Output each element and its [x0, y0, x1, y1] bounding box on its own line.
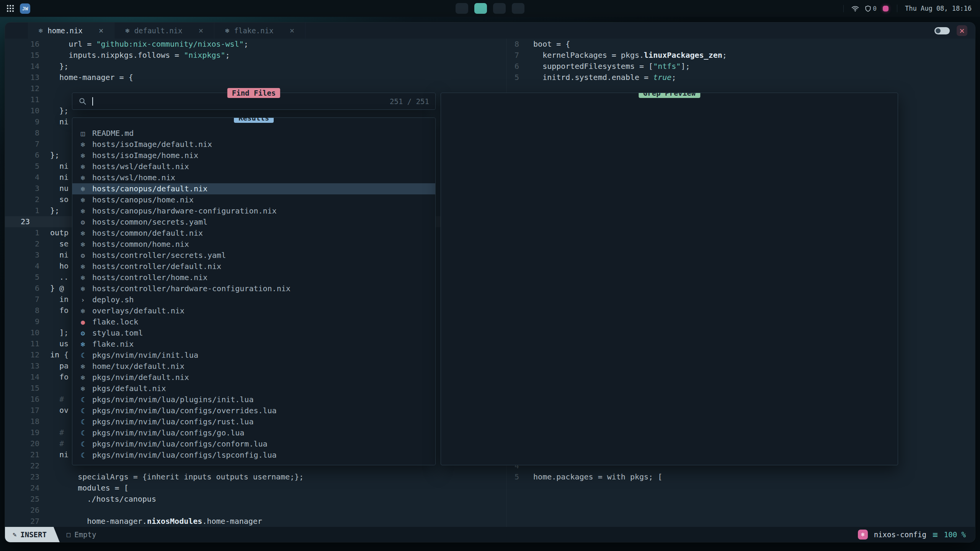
buffer-tab[interactable]: ❄ default.nix ×: [114, 23, 214, 39]
file-item[interactable]: ☾ pkgs/nvim/nvim/lua/configs/go.lua: [72, 427, 435, 439]
file-item[interactable]: ⚙ hosts/controller/secrets.yaml: [72, 250, 435, 261]
statusline: ✎ INSERT □ Empty ❄ nixos-config ≡ 100 %: [5, 527, 975, 542]
tab-close-icon[interactable]: ×: [99, 26, 104, 35]
tab-close-icon[interactable]: ×: [289, 26, 294, 35]
file-item[interactable]: ❄ hosts/controller/default.nix: [72, 261, 435, 272]
line-number: 8: [506, 39, 524, 50]
file-list: ◫ README.md ❄ hosts/isoImage/default.nix…: [72, 128, 435, 461]
line-number: 23: [5, 216, 42, 227]
code-line: #: [42, 394, 64, 405]
tab-label: default.nix: [134, 26, 183, 35]
preview-code: [446, 95, 898, 461]
buffer-tab[interactable]: ❄ home.nix ×: [28, 23, 114, 39]
tabline: ❄ home.nix × ❄ default.nix × ❄ flake.nix…: [5, 23, 975, 39]
telescope-results: Results ◫ README.md ❄ hosts/isoImage/def…: [72, 117, 436, 465]
file-type-icon: ☾: [81, 350, 92, 361]
file-item[interactable]: ❄ hosts/wsl/home.nix: [72, 172, 435, 183]
file-item[interactable]: ❄ hosts/canopus/home.nix: [72, 194, 435, 205]
workspace-button[interactable]: [456, 3, 468, 14]
file-type-icon: ❄: [81, 139, 92, 150]
file-item[interactable]: ❄ overlays/default.nix: [72, 305, 435, 316]
file-item[interactable]: ❄ hosts/isoImage/default.nix: [72, 139, 435, 150]
file-type-icon: ☾: [81, 439, 92, 450]
file-item[interactable]: › deploy.sh: [72, 294, 435, 305]
file-item[interactable]: ❄ hosts/controller/hardware-configuratio…: [72, 283, 435, 294]
search-input[interactable]: Find Files 251 / 251: [72, 93, 436, 110]
system-bar-right: 0 Thu Aug 08, 18:16: [788, 0, 972, 17]
file-item[interactable]: ❄ hosts/isoImage/home.nix: [72, 150, 435, 161]
code-line: [42, 416, 50, 427]
file-path: home/tux/default.nix: [92, 361, 185, 372]
workspace-button[interactable]: [512, 3, 524, 14]
line-number: 13: [5, 72, 42, 83]
file-item[interactable]: ☾ pkgs/nvim/nvim/lua/configs/rust.lua: [72, 416, 435, 427]
file-path: pkgs/nvim/nvim/lua/configs/lspconfig.lua: [92, 450, 277, 461]
file-path: hosts/canopus/hardware-configuration.nix: [92, 205, 277, 217]
notification-count: 0: [873, 5, 877, 12]
preview-line: [446, 139, 898, 150]
code-line: kernelPackages = pkgs.linuxPackages_zen;: [524, 50, 727, 61]
file-type-icon: ❄: [81, 361, 92, 372]
file-item[interactable]: ❄ hosts/common/default.nix: [72, 228, 435, 239]
file-type-icon: ❄: [81, 372, 92, 383]
line-number: 10: [5, 105, 42, 116]
file-item[interactable]: ❄ pkgs/default.nix: [72, 383, 435, 394]
wifi-icon[interactable]: [851, 5, 859, 12]
code-line: fo: [42, 305, 69, 316]
line-number: 5: [506, 72, 524, 83]
file-item[interactable]: ● flake.lock: [72, 316, 435, 328]
toggle-pill-icon[interactable]: [934, 27, 950, 34]
code-line: boot = {: [524, 39, 570, 50]
workspace-button[interactable]: [493, 3, 506, 14]
preview-line: [446, 206, 898, 217]
workspace-button[interactable]: [474, 3, 487, 14]
preview-line: [446, 239, 898, 250]
tab-label: home.nix: [47, 26, 83, 35]
file-path: stylua.toml: [92, 328, 143, 339]
apps-grid-icon[interactable]: [7, 5, 14, 12]
tab-close-icon[interactable]: ×: [199, 26, 204, 35]
window-close-icon[interactable]: ×: [957, 25, 967, 36]
code-row: 8 boot = {: [506, 39, 975, 50]
file-item[interactable]: ❄ hosts/controller/home.nix: [72, 272, 435, 283]
file-item[interactable]: ❄ home/tux/default.nix: [72, 361, 435, 372]
code-line: ni: [42, 116, 69, 127]
preview-line: [446, 417, 898, 428]
file-item[interactable]: ⚙ hosts/common/secrets.yaml: [72, 217, 435, 228]
file-item[interactable]: ◫ README.md: [72, 128, 435, 139]
line-number: 5: [506, 471, 524, 483]
code-line: };: [42, 205, 59, 216]
file-item[interactable]: ❄ hosts/wsl/default.nix: [72, 161, 435, 172]
file-item[interactable]: ⚙ stylua.toml: [72, 328, 435, 339]
line-number: 27: [5, 516, 42, 527]
recorder-icon[interactable]: [883, 6, 889, 11]
file-item[interactable]: ☾ pkgs/nvim/nvim/lua/configs/overrides.l…: [72, 405, 435, 416]
logo-badge[interactable]: JW: [20, 3, 30, 14]
file-type-icon: ❄: [81, 150, 92, 161]
file-item[interactable]: ❄ hosts/common/home.nix: [72, 239, 435, 250]
shield-icon[interactable]: 0: [865, 5, 877, 12]
preview-line: [446, 372, 898, 383]
code-row: 25 ./hosts/canopus: [5, 494, 506, 505]
buffer-tab[interactable]: ❄ flake.nix ×: [214, 23, 305, 39]
line-number: 6: [5, 283, 42, 294]
line-number: 1: [5, 227, 42, 238]
tabs: ❄ home.nix × ❄ default.nix × ❄ flake.nix…: [5, 23, 305, 39]
code-row: 15 inputs.nixpkgs.follows = "nixpkgs";: [5, 50, 506, 61]
code-line: ni: [42, 172, 69, 183]
code-line: ];: [42, 327, 69, 338]
file-item[interactable]: ☾ pkgs/nvim/nvim/lua/configs/lspconfig.l…: [72, 450, 435, 461]
nix-file-icon: ❄: [125, 27, 129, 34]
scroll-percent: 100 %: [944, 530, 966, 539]
line-number: 23: [5, 471, 42, 483]
file-item[interactable]: ☾ pkgs/nvim/nvim/lua/configs/conform.lua: [72, 439, 435, 450]
file-item[interactable]: ❄ hosts/canopus/default.nix: [72, 183, 435, 194]
file-item[interactable]: ❄ hosts/canopus/hardware-configuration.n…: [72, 205, 435, 217]
window-controls: ×: [934, 23, 967, 39]
file-item[interactable]: ☾ pkgs/nvim/nvim/lua/plugins/init.lua: [72, 394, 435, 405]
line-number: 25: [5, 494, 42, 505]
file-item[interactable]: ❄ flake.nix: [72, 339, 435, 350]
file-item[interactable]: ☾ pkgs/nvim/nvim/init.lua: [72, 350, 435, 361]
file-item[interactable]: ❄ pkgs/nvim/default.nix: [72, 372, 435, 383]
line-number: 12: [5, 349, 42, 360]
